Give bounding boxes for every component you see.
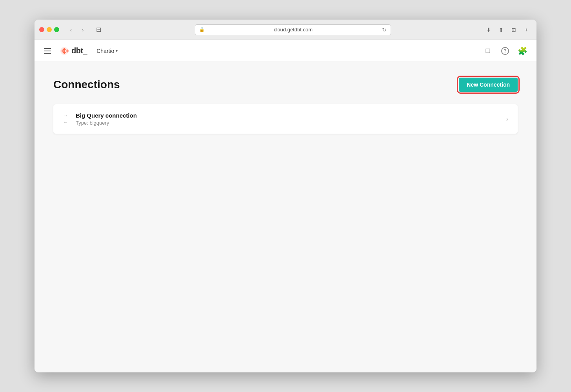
add-tab-button[interactable]: +: [521, 25, 532, 34]
transfer-icon: → ←: [63, 113, 68, 125]
brand-logo: dbt_: [59, 45, 87, 56]
browser-window: ‹ › ⊟ 🔒 cloud.getdbt.com ↻ ⬇ ⬆ ⊡ +: [35, 20, 536, 372]
connection-item[interactable]: → ← Big Query connection Type: bigquery …: [53, 104, 518, 134]
connection-info: Big Query connection Type: bigquery: [76, 112, 506, 126]
new-tab-button[interactable]: ⊡: [508, 25, 519, 34]
connection-chevron-icon: ›: [506, 116, 508, 123]
forward-button[interactable]: ›: [77, 25, 88, 34]
download-button[interactable]: ⬇: [483, 25, 494, 34]
help-button[interactable]: ?: [499, 45, 511, 57]
hamburger-line: [44, 51, 51, 51]
reload-button[interactable]: ↻: [382, 27, 387, 33]
app-navbar: dbt_ Chartio ▾ □ ? 🧩: [35, 40, 536, 62]
arrow-left-icon: ←: [63, 119, 68, 125]
connection-type: Type: bigquery: [76, 120, 506, 126]
messages-button[interactable]: □: [482, 45, 494, 57]
sidebar-toggle-button[interactable]: ⊟: [93, 25, 104, 34]
navbar-actions: □ ? 🧩: [482, 45, 529, 57]
connection-name: Big Query connection: [76, 112, 506, 119]
close-button[interactable]: [39, 27, 44, 32]
traffic-lights: [39, 27, 59, 32]
browser-actions: ⬇ ⬆ ⊡ +: [483, 25, 532, 34]
lock-icon: 🔒: [199, 27, 205, 32]
title-bar: ‹ › ⊟ 🔒 cloud.getdbt.com ↻ ⬇ ⬆ ⊡ +: [35, 20, 536, 40]
puzzle-icon: 🧩: [518, 46, 527, 56]
org-selector[interactable]: Chartio ▾: [93, 46, 121, 56]
dbt-logo-icon: [59, 45, 70, 56]
minimize-button[interactable]: [47, 27, 52, 32]
back-button[interactable]: ‹: [65, 25, 76, 34]
message-icon: □: [486, 47, 490, 55]
maximize-button[interactable]: [54, 27, 59, 32]
main-content: Connections New Connection → ← Big Query…: [35, 62, 536, 372]
brand-name: dbt_: [71, 46, 87, 55]
page-title: Connections: [53, 78, 120, 91]
help-icon: ?: [501, 47, 509, 55]
address-bar[interactable]: 🔒 cloud.getdbt.com ↻: [195, 24, 391, 35]
hamburger-line: [44, 48, 51, 49]
org-name: Chartio: [96, 48, 114, 54]
url-text: cloud.getdbt.com: [207, 27, 380, 33]
chevron-down-icon: ▾: [116, 49, 118, 53]
hamburger-line: [44, 53, 51, 54]
page-header: Connections New Connection: [53, 78, 518, 92]
extensions-button[interactable]: 🧩: [516, 45, 529, 57]
connections-list: → ← Big Query connection Type: bigquery …: [53, 104, 518, 134]
hamburger-menu-button[interactable]: [42, 47, 53, 55]
new-connection-button[interactable]: New Connection: [459, 78, 518, 92]
address-bar-wrapper: 🔒 cloud.getdbt.com ↻: [109, 24, 477, 35]
nav-buttons: ‹ ›: [65, 25, 88, 34]
share-button[interactable]: ⬆: [496, 25, 507, 34]
arrow-right-icon: →: [63, 113, 68, 119]
